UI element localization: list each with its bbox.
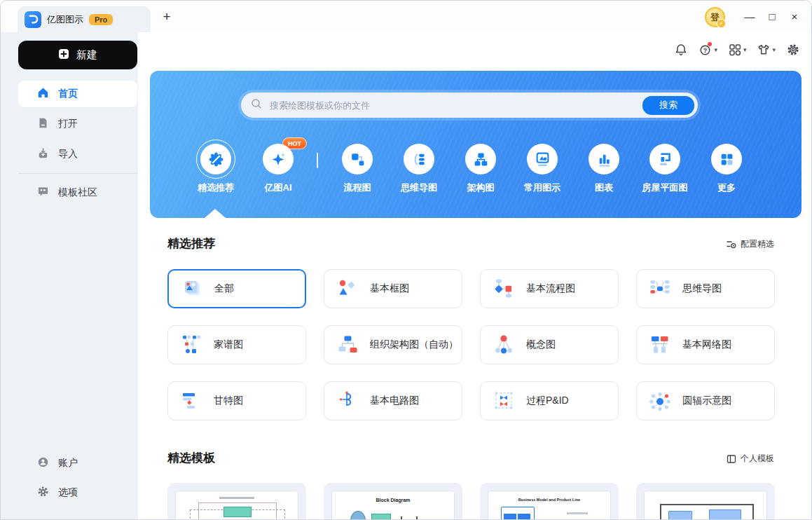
sidebar-item-label: 模板社区	[58, 186, 97, 199]
thumbnail-preview	[175, 491, 298, 520]
templates-section-title: 精选模板	[167, 450, 215, 466]
gear-icon	[786, 43, 800, 57]
top-toolbar: ? ▾ ▾ ▾	[674, 39, 800, 60]
org-chart-icon	[336, 333, 359, 357]
account-icon	[37, 456, 49, 470]
template-card-circle-spoke[interactable]: 圆辐示意图	[636, 381, 775, 420]
mindmap-icon	[411, 151, 427, 167]
template-thumbnail-2[interactable]: Block Diagram	[324, 483, 462, 520]
basic-block-icon	[336, 277, 359, 301]
tshirt-icon	[757, 43, 771, 57]
chevron-down-icon: ▾	[714, 46, 717, 53]
help-button[interactable]: ? ▾	[699, 43, 717, 57]
app-tab[interactable]: 亿图图示 Pro	[18, 6, 151, 32]
category-common-diagrams[interactable]: 常用图示	[511, 144, 573, 194]
family-tree-icon	[179, 333, 203, 357]
search-input[interactable]	[268, 100, 636, 111]
settings-button[interactable]	[786, 43, 800, 57]
chevron-down-icon: ▾	[743, 46, 747, 53]
new-tab-button[interactable]: +	[158, 8, 176, 26]
main-content: ? ▾ ▾ ▾ 搜索	[138, 32, 812, 520]
template-card-family-tree[interactable]: 家谱图	[167, 325, 306, 364]
home-icon	[37, 87, 49, 101]
featured-badge-icon	[208, 151, 224, 167]
template-card-basic-flowchart[interactable]: 基本流程图	[480, 269, 619, 308]
thumbnail-preview: Business Model and Product Line	[488, 491, 611, 520]
circuit-icon	[336, 389, 359, 413]
template-card-gantt[interactable]: 甘特图	[167, 381, 306, 420]
category-mindmap[interactable]: 思维导图	[388, 144, 450, 194]
user-avatar[interactable]: 登	[705, 7, 725, 27]
app-window: 亿图图示 Pro + 登 — □ × 新建 首页 打开	[0, 0, 812, 520]
gear-icon	[37, 486, 49, 500]
hero-banner: 搜索 精选推荐 HOT 亿图AI 流程图 思维导图	[150, 71, 801, 218]
sidebar: 新建 首页 打开 导入 模板社区	[1, 32, 138, 520]
minimize-button[interactable]: —	[738, 6, 761, 26]
new-document-button[interactable]: 新建	[18, 41, 137, 69]
template-card-circuit[interactable]: 基本电路图	[324, 381, 462, 420]
notifications-button[interactable]	[674, 43, 688, 57]
sidebar-item-options[interactable]: 选项	[18, 479, 137, 506]
template-thumbnail-4[interactable]	[636, 483, 775, 520]
sidebar-item-template-community[interactable]: 模板社区	[18, 179, 137, 206]
svg-text:?: ?	[703, 47, 708, 54]
sidebar-item-open[interactable]: 打开	[18, 111, 137, 137]
sidebar-item-label: 账户	[58, 457, 78, 470]
category-architecture[interactable]: 架构图	[450, 144, 511, 194]
search-button[interactable]: 搜索	[642, 96, 694, 115]
floor-plan-icon	[657, 151, 673, 167]
template-card-org-chart[interactable]: 组织架构图（自动）	[324, 325, 462, 364]
category-featured[interactable]: 精选推荐	[185, 144, 247, 194]
theme-button[interactable]: ▾	[757, 43, 776, 57]
thumbnail-preview: Block Diagram	[331, 491, 455, 520]
template-card-all[interactable]: 全部	[167, 269, 306, 308]
configure-icon	[726, 239, 736, 249]
personal-templates-link[interactable]: 个人模板	[727, 453, 774, 465]
category-edraw-ai[interactable]: HOT 亿图AI	[247, 144, 309, 194]
search-bar: 搜索	[241, 93, 698, 118]
pro-badge: Pro	[89, 14, 113, 25]
category-divider	[317, 153, 318, 168]
org-tree-icon	[473, 151, 489, 167]
mindmap-card-icon	[648, 277, 672, 301]
template-card-network[interactable]: 基本网络图	[636, 325, 775, 364]
concept-map-icon	[492, 333, 516, 357]
template-card-mindmap[interactable]: 思维导图	[636, 269, 775, 308]
template-thumbnail-3[interactable]: Business Model and Product Line	[480, 483, 619, 520]
apps-grid-icon	[728, 43, 742, 57]
more-grid-icon	[719, 151, 735, 167]
sidebar-item-label: 首页	[58, 88, 78, 100]
sidebar-item-account[interactable]: 账户	[18, 450, 137, 477]
category-more[interactable]: 更多	[696, 144, 757, 194]
maximize-button[interactable]: □	[761, 6, 783, 26]
panel-icon	[727, 454, 736, 464]
thumbnail-title: Business Model and Product Line	[488, 498, 610, 502]
ai-sparkle-icon	[270, 151, 287, 167]
configure-featured-link[interactable]: 配置精选	[726, 238, 774, 250]
basic-flowchart-icon	[492, 277, 516, 301]
category-charts[interactable]: 图表	[573, 144, 635, 194]
apps-button[interactable]: ▾	[728, 43, 747, 57]
template-card-basic-block[interactable]: 基本框图	[324, 269, 462, 308]
window-controls: — □ ×	[738, 6, 806, 26]
thumbnail-preview	[644, 491, 767, 520]
sidebar-item-label: 打开	[58, 118, 78, 130]
bar-chart-icon	[596, 151, 612, 167]
close-button[interactable]: ×	[783, 6, 806, 26]
community-icon	[37, 186, 49, 200]
category-floor-plan[interactable]: 房屋平面图	[634, 144, 696, 194]
template-card-pid[interactable]: 过程P&ID	[480, 381, 619, 420]
new-document-label: 新建	[76, 48, 97, 62]
sidebar-item-label: 导入	[58, 148, 78, 160]
template-thumbnail-1[interactable]	[167, 483, 306, 520]
chevron-down-icon: ▾	[772, 46, 776, 53]
template-card-concept-map[interactable]: 概念图	[480, 325, 619, 364]
sidebar-item-import[interactable]: 导入	[18, 141, 137, 167]
import-icon	[37, 147, 49, 161]
sidebar-item-home[interactable]: 首页	[18, 81, 137, 107]
search-icon	[251, 98, 262, 112]
category-flowchart[interactable]: 流程图	[326, 144, 388, 194]
all-templates-icon	[180, 277, 204, 301]
selected-category-pointer	[205, 209, 226, 218]
pid-icon	[492, 389, 516, 413]
